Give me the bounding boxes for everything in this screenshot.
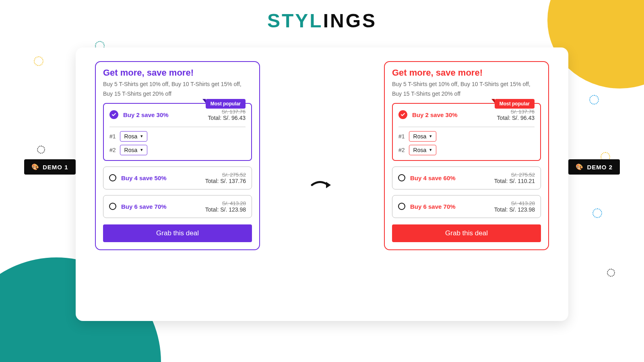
price-total: Total: S/. 96.43 [208,115,246,121]
variant-row: #1 Rosa ▾ [109,131,246,142]
tier-label: Buy 6 save 70% [121,203,167,210]
price-original: S/. 137.76 [497,109,535,115]
demo-tag-left: 🎨 DEMO 1 [24,159,76,175]
tier-option-1[interactable]: Most popular Buy 2 save 30% S/. 137.76 T… [392,103,541,161]
deal-card-purple: Get more, save more! Buy 5 T-Shirts get … [95,61,260,250]
variant-row: #2 Rosa ▾ [109,145,246,155]
ribbon-most-popular: Most popular [495,99,535,109]
tier-label: Buy 6 save 70% [410,203,456,210]
palette-icon: 🎨 [576,163,584,171]
chevron-down-icon: ▾ [140,147,143,152]
tier-price: S/. 413.28 Total: S/. 123.98 [494,200,535,213]
option-group: Most popular Buy 2 save 30% S/. 137.76 T… [392,103,541,218]
decor-ring [37,146,45,154]
price-total: Total: S/. 137.76 [205,178,246,184]
variant-select[interactable]: Rosa ▾ [120,131,148,142]
chevron-down-icon: ▾ [429,147,432,152]
price-original: S/. 275.52 [494,172,535,178]
card-title: Get more, save more! [103,68,252,78]
grab-deal-button[interactable]: Grab this deal [103,224,252,242]
tier-label: Buy 4 save 50% [121,175,167,181]
price-original: S/. 275.52 [205,172,246,178]
brand-logo: STYLINGS [0,10,644,32]
comparison-panel: Get more, save more! Buy 5 T-Shirts get … [76,47,568,321]
tier-price: S/. 275.52 Total: S/. 110.21 [494,172,535,184]
card-subtitle: Buy 5 T-Shirts get 10% off, Buy 10 T-Shi… [103,80,252,99]
card-title: Get more, save more! [392,68,541,78]
decor-ring [589,95,599,105]
radio-checked-icon[interactable] [109,110,118,119]
variant-value: Rosa [413,133,427,140]
tier-price: S/. 275.52 Total: S/. 137.76 [205,172,246,184]
price-original: S/. 413.28 [205,200,246,206]
tier-option-1[interactable]: Most popular Buy 2 save 30% S/. 137.76 T… [103,103,252,161]
brand-part1: STYL [267,10,323,31]
variant-row: #1 Rosa ▾ [398,131,535,142]
radio-unchecked-icon[interactable] [398,203,405,210]
tier-label: Buy 2 save 30% [412,111,458,118]
variant-index: #1 [109,133,116,140]
tier-option-3[interactable]: Buy 6 save 70% S/. 413.28 Total: S/. 123… [392,195,541,218]
ribbon-most-popular: Most popular [206,99,246,109]
deal-card-red: Get more, save more! Buy 5 T-Shirts get … [384,61,549,250]
tier-label: Buy 4 save 60% [410,175,456,181]
tier-label: Buy 2 save 30% [123,111,169,118]
decor-ring [592,208,602,218]
tier-option-2[interactable]: Buy 4 save 50% S/. 275.52 Total: S/. 137… [103,167,252,189]
price-total: Total: S/. 123.98 [494,206,535,213]
option-group: Most popular Buy 2 save 30% S/. 137.76 T… [103,103,252,218]
demo-label: DEMO 1 [43,164,68,171]
price-total: Total: S/. 110.21 [494,178,535,184]
variant-select[interactable]: Rosa ▾ [409,131,437,142]
card-subtitle: Buy 5 T-Shirts get 10% off, Buy 10 T-Shi… [392,80,541,99]
price-total: Total: S/. 123.98 [205,206,246,213]
chevron-down-icon: ▾ [429,134,432,139]
brand-part2: INGS [323,10,377,31]
variant-value: Rosa [124,147,138,153]
price-original: S/. 413.28 [494,200,535,206]
tier-option-2[interactable]: Buy 4 save 60% S/. 275.52 Total: S/. 110… [392,167,541,189]
radio-checked-icon[interactable] [398,110,407,119]
variant-value: Rosa [124,133,138,140]
variant-select[interactable]: Rosa ▾ [120,145,148,155]
variant-select[interactable]: Rosa ▾ [409,145,437,155]
arrow-right-icon [310,177,334,195]
price-total: Total: S/. 96.43 [497,115,535,121]
radio-unchecked-icon[interactable] [109,174,116,181]
variant-index: #2 [109,147,116,153]
demo-label: DEMO 2 [587,164,613,171]
radio-unchecked-icon[interactable] [398,174,405,181]
variant-index: #1 [398,133,405,140]
tier-price: S/. 137.76 Total: S/. 96.43 [208,109,246,121]
tier-price: S/. 137.76 Total: S/. 96.43 [497,109,535,121]
grab-deal-button[interactable]: Grab this deal [392,224,541,242]
decor-ring [34,56,43,66]
decor-ring [607,269,615,277]
variant-row: #2 Rosa ▾ [398,145,535,155]
palette-icon: 🎨 [31,163,39,171]
price-original: S/. 137.76 [208,109,246,115]
variant-index: #2 [398,147,405,153]
tier-price: S/. 413.28 Total: S/. 123.98 [205,200,246,213]
chevron-down-icon: ▾ [140,134,143,139]
demo-tag-right: 🎨 DEMO 2 [568,159,620,175]
variant-value: Rosa [413,147,427,153]
tier-option-3[interactable]: Buy 6 save 70% S/. 413.28 Total: S/. 123… [103,195,252,218]
radio-unchecked-icon[interactable] [109,203,116,210]
